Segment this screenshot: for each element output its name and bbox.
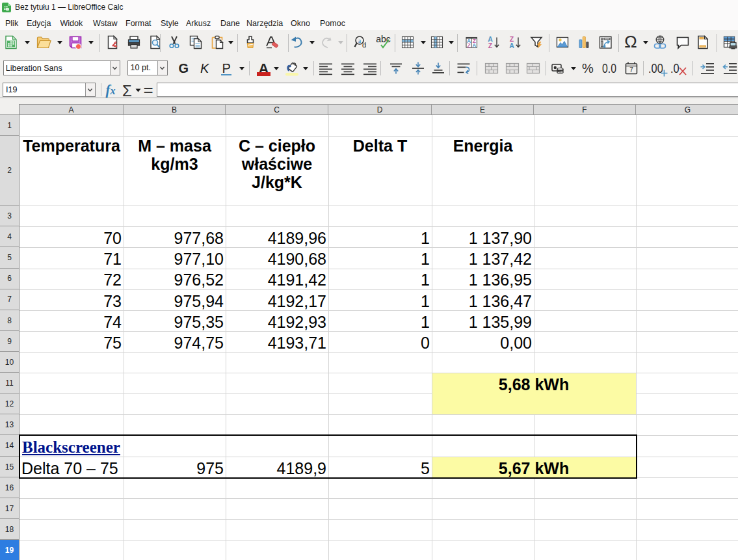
svg-text:A: A [472,42,476,49]
svg-text:Z: Z [467,42,470,49]
svg-text:abc: abc [376,34,391,44]
svg-text:Z: Z [488,42,493,49]
svg-text:a: a [358,37,362,44]
svg-text:7: 7 [629,66,633,73]
svg-text:d: d [362,41,366,49]
svg-text:Ω: Ω [624,34,637,50]
svg-text:A: A [509,42,514,49]
